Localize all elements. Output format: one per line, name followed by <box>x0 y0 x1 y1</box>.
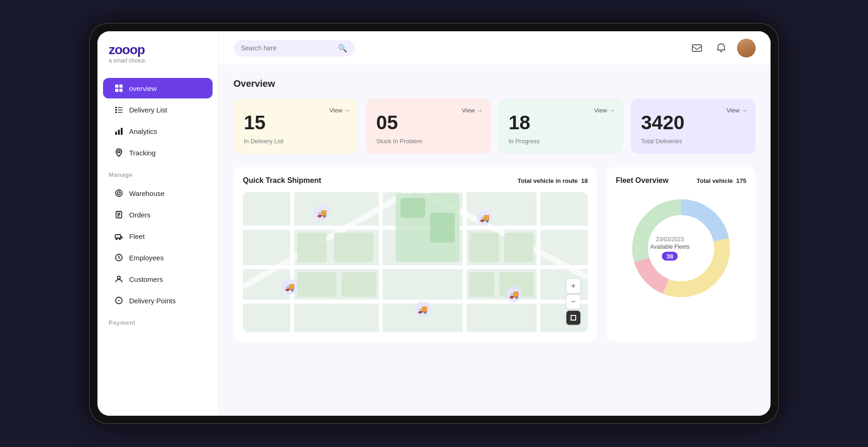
map-card: Quick Track Shipment Total vehicle in ro… <box>234 167 597 342</box>
payment-section-label: Payment <box>97 312 218 330</box>
fleet-title: Fleet Overview <box>616 176 668 185</box>
fleet-header: Fleet Overview Total vehicle 175 <box>616 176 746 185</box>
card-delivery-list: View → 15 In Delivery List <box>234 98 358 154</box>
svg-rect-5 <box>118 107 123 108</box>
card-in-progress: View → 18 In Progress <box>498 98 623 154</box>
donut-date: 23/03/2023 <box>650 236 690 243</box>
svg-rect-36 <box>400 198 425 218</box>
map-meta: Total vehicle in route 18 <box>517 177 588 184</box>
nav-item-fleet[interactable]: Fleet <box>103 226 213 246</box>
svg-point-14 <box>116 190 122 196</box>
employees-icon <box>114 253 124 262</box>
card-total-deliveries: View → 3420 Total Deliveries <box>631 98 756 154</box>
svg-rect-4 <box>115 107 117 108</box>
card-number-delivery-list: 15 <box>244 112 348 134</box>
svg-rect-41 <box>504 233 533 262</box>
svg-rect-0 <box>115 84 118 88</box>
card-number-stuck: 05 <box>376 112 481 134</box>
card-view-in-progress[interactable]: View → <box>594 107 615 114</box>
logo-text: zooop <box>109 42 207 57</box>
main-content: 🔍 <box>219 31 771 416</box>
donut-value: 38 <box>662 252 678 261</box>
nav-item-delivery-list[interactable]: Delivery List <box>103 99 213 120</box>
card-view-stuck[interactable]: View → <box>462 107 482 114</box>
nav-item-orders[interactable]: Orders <box>103 204 213 225</box>
svg-point-19 <box>119 238 121 240</box>
nav-label-orders: Orders <box>129 211 151 219</box>
svg-rect-8 <box>115 112 117 113</box>
delivery-points-icon <box>114 296 124 305</box>
sidebar: zooop a smart choice. overview <box>97 31 219 416</box>
fullscreen-button[interactable] <box>566 311 580 325</box>
notification-button[interactable] <box>713 40 730 56</box>
nav-item-warehouse[interactable]: Warehouse <box>103 183 213 203</box>
card-label-in-progress: In Progress <box>509 138 613 145</box>
svg-rect-2 <box>115 89 118 92</box>
fleet-card: Fleet Overview Total vehicle 175 <box>606 167 756 342</box>
truck-marker-2: 🚚 <box>476 210 492 226</box>
svg-text:🚚: 🚚 <box>480 213 490 223</box>
fleet-total-label: Total vehicle <box>696 177 733 184</box>
svg-rect-40 <box>469 233 499 262</box>
card-view-delivery-list[interactable]: View → <box>329 107 350 114</box>
svg-text:🚚: 🚚 <box>418 305 428 314</box>
card-view-total[interactable]: View → <box>726 107 747 114</box>
fleet-total: Total vehicle 175 <box>696 177 746 184</box>
zoom-in-button[interactable]: + <box>566 279 580 293</box>
svg-point-18 <box>116 238 117 240</box>
svg-rect-38 <box>297 233 326 262</box>
map-header: Quick Track Shipment Total vehicle in ro… <box>243 176 588 185</box>
svg-point-15 <box>117 192 120 195</box>
donut-sublabel: Available Fleets <box>650 244 690 250</box>
donut-tooltip: 23/03/2023 Available Fleets 38 <box>650 236 690 261</box>
nav-label-delivery-points: Delivery Points <box>129 297 176 305</box>
donut-chart: 23/03/2023 Available Fleets 38 <box>625 192 737 304</box>
nav-label-customers: Customers <box>129 275 163 283</box>
svg-point-21 <box>117 276 120 279</box>
search-bar[interactable]: 🔍 <box>234 40 355 56</box>
svg-point-23 <box>118 300 120 301</box>
svg-rect-1 <box>119 84 123 88</box>
mail-button[interactable] <box>689 40 705 56</box>
svg-rect-3 <box>119 89 123 92</box>
nav-label-delivery-list: Delivery List <box>129 106 167 114</box>
svg-rect-7 <box>118 110 123 111</box>
avatar-image <box>737 39 756 57</box>
map-svg: 🚚 🚚 <box>243 192 588 332</box>
nav-item-customers[interactable]: Customers <box>103 269 213 289</box>
svg-rect-43 <box>341 272 376 297</box>
nav-label-fleet: Fleet <box>129 232 145 240</box>
svg-rect-17 <box>115 235 121 238</box>
nav-item-analytics[interactable]: Analytics <box>103 121 213 141</box>
svg-rect-24 <box>692 45 702 51</box>
bar-chart-icon <box>114 126 124 136</box>
svg-rect-6 <box>115 109 117 111</box>
location-icon <box>114 148 124 157</box>
nav-item-tracking[interactable]: Tracking <box>103 142 213 163</box>
truck-marker-4: 🚚 <box>415 301 431 317</box>
nav-item-employees[interactable]: Employees <box>103 247 213 268</box>
grid-icon <box>114 84 124 93</box>
svg-rect-56 <box>571 315 576 320</box>
orders-icon <box>114 210 124 219</box>
nav-label-overview: overview <box>129 84 157 92</box>
fleet-total-value: 175 <box>736 177 746 184</box>
svg-rect-39 <box>334 233 374 262</box>
svg-text:🚚: 🚚 <box>317 209 327 218</box>
nav-item-overview[interactable]: overview <box>103 78 213 98</box>
map-container: 🚚 🚚 <box>243 192 588 332</box>
map-title: Quick Track Shipment <box>243 176 321 185</box>
nav-item-delivery-points[interactable]: Delivery Points <box>103 290 213 311</box>
nav-label-warehouse: Warehouse <box>129 189 165 197</box>
svg-rect-12 <box>121 128 123 135</box>
svg-point-13 <box>118 151 120 153</box>
truck-marker-5: 🚚 <box>506 286 522 302</box>
bottom-section: Quick Track Shipment Total vehicle in ro… <box>234 167 756 342</box>
search-input[interactable] <box>241 44 334 52</box>
zoom-out-button[interactable]: − <box>566 295 580 309</box>
screen: zooop a smart choice. overview <box>97 31 771 416</box>
svg-rect-37 <box>430 213 455 242</box>
card-stuck: View → 05 Stuck In Problem <box>366 98 491 154</box>
app-layout: zooop a smart choice. overview <box>97 31 771 416</box>
avatar[interactable] <box>737 39 756 57</box>
